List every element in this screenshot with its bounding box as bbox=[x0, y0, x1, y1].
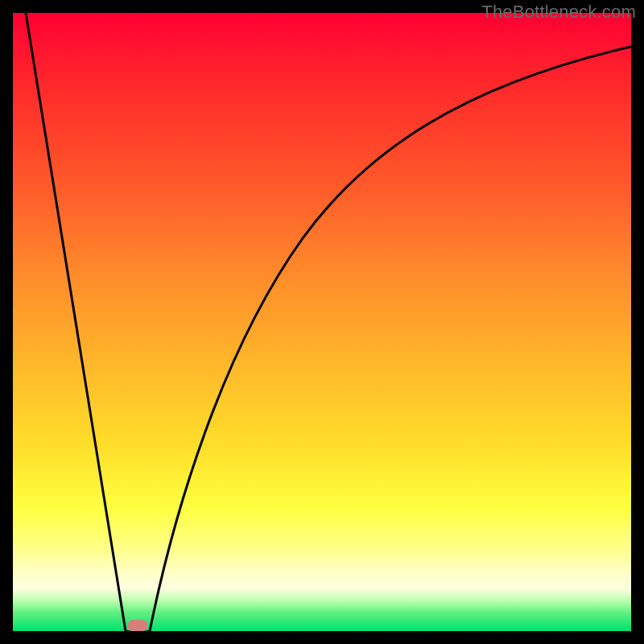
left-curve bbox=[26, 13, 126, 631]
min-marker bbox=[127, 620, 148, 631]
curve-layer bbox=[13, 13, 631, 631]
watermark-text: TheBottleneck.com bbox=[481, 2, 636, 23]
right-curve bbox=[150, 47, 631, 631]
chart-frame: TheBottleneck.com bbox=[0, 0, 644, 644]
plot-area bbox=[13, 13, 631, 631]
